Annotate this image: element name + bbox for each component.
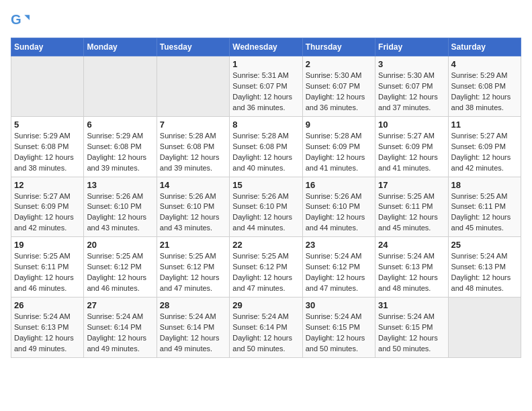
day-number: 24 xyxy=(378,240,445,250)
day-info: Sunrise: 5:24 AMSunset: 6:12 PMDaylight:… xyxy=(306,251,372,294)
calendar-table: SundayMondayTuesdayWednesdayThursdayFrid… xyxy=(11,38,521,358)
day-header: Thursday xyxy=(302,38,375,56)
day-header: Monday xyxy=(84,38,157,56)
day-number: 5 xyxy=(14,120,81,130)
day-info: Sunrise: 5:24 AMSunset: 6:14 PMDaylight:… xyxy=(232,312,299,355)
day-header: Wednesday xyxy=(230,38,302,56)
calendar-cell: 7Sunrise: 5:28 AMSunset: 6:08 PMDaylight… xyxy=(157,116,229,177)
day-info: Sunrise: 5:24 AMSunset: 6:14 PMDaylight:… xyxy=(160,312,226,355)
day-number: 6 xyxy=(87,120,153,130)
calendar-cell: 13Sunrise: 5:26 AMSunset: 6:10 PMDayligh… xyxy=(84,177,157,237)
calendar-cell: 30Sunrise: 5:24 AMSunset: 6:15 PMDayligh… xyxy=(302,298,375,358)
day-header: Saturday xyxy=(448,38,521,56)
calendar-cell: 28Sunrise: 5:24 AMSunset: 6:14 PMDayligh… xyxy=(157,298,229,358)
day-number: 26 xyxy=(14,300,81,310)
day-number: 9 xyxy=(306,120,372,130)
calendar-week-row: 26Sunrise: 5:24 AMSunset: 6:13 PMDayligh… xyxy=(11,298,521,358)
day-number: 2 xyxy=(306,59,372,69)
calendar-cell xyxy=(11,56,84,117)
day-info: Sunrise: 5:25 AMSunset: 6:11 PMDaylight:… xyxy=(451,191,518,234)
calendar-cell: 1Sunrise: 5:31 AMSunset: 6:07 PMDaylight… xyxy=(230,56,302,117)
calendar-cell: 18Sunrise: 5:25 AMSunset: 6:11 PMDayligh… xyxy=(448,177,521,237)
calendar-cell: 24Sunrise: 5:24 AMSunset: 6:13 PMDayligh… xyxy=(375,237,448,298)
day-info: Sunrise: 5:30 AMSunset: 6:07 PMDaylight:… xyxy=(306,71,372,113)
calendar-week-row: 19Sunrise: 5:25 AMSunset: 6:11 PMDayligh… xyxy=(11,237,521,298)
day-number: 10 xyxy=(378,120,445,130)
day-info: Sunrise: 5:25 AMSunset: 6:12 PMDaylight:… xyxy=(232,251,299,294)
calendar-cell: 20Sunrise: 5:25 AMSunset: 6:12 PMDayligh… xyxy=(84,237,157,298)
calendar-cell: 26Sunrise: 5:24 AMSunset: 6:13 PMDayligh… xyxy=(11,298,84,358)
calendar-cell: 6Sunrise: 5:29 AMSunset: 6:08 PMDaylight… xyxy=(84,116,157,177)
day-info: Sunrise: 5:25 AMSunset: 6:12 PMDaylight:… xyxy=(87,251,153,294)
calendar-cell: 29Sunrise: 5:24 AMSunset: 6:14 PMDayligh… xyxy=(230,298,302,358)
calendar-cell: 15Sunrise: 5:26 AMSunset: 6:10 PMDayligh… xyxy=(230,177,302,237)
day-header: Tuesday xyxy=(157,38,229,56)
calendar-cell: 22Sunrise: 5:25 AMSunset: 6:12 PMDayligh… xyxy=(230,237,302,298)
day-number: 12 xyxy=(14,180,81,190)
calendar-cell xyxy=(84,56,157,117)
calendar-cell: 8Sunrise: 5:28 AMSunset: 6:08 PMDaylight… xyxy=(230,116,302,177)
day-number: 11 xyxy=(451,120,518,130)
logo: G xyxy=(11,11,32,30)
day-number: 16 xyxy=(306,180,372,190)
day-info: Sunrise: 5:27 AMSunset: 6:09 PMDaylight:… xyxy=(14,191,81,234)
day-info: Sunrise: 5:24 AMSunset: 6:15 PMDaylight:… xyxy=(378,312,445,355)
day-info: Sunrise: 5:25 AMSunset: 6:12 PMDaylight:… xyxy=(160,251,226,294)
day-info: Sunrise: 5:26 AMSunset: 6:10 PMDaylight:… xyxy=(232,191,299,234)
logo-icon: G xyxy=(11,11,30,30)
calendar-cell: 4Sunrise: 5:29 AMSunset: 6:08 PMDaylight… xyxy=(448,56,521,117)
day-info: Sunrise: 5:24 AMSunset: 6:14 PMDaylight:… xyxy=(87,312,153,355)
day-number: 31 xyxy=(378,300,445,310)
day-header: Sunday xyxy=(11,38,84,56)
day-info: Sunrise: 5:25 AMSunset: 6:11 PMDaylight:… xyxy=(378,191,445,234)
calendar-week-row: 12Sunrise: 5:27 AMSunset: 6:09 PMDayligh… xyxy=(11,177,521,237)
day-number: 19 xyxy=(14,240,81,250)
day-info: Sunrise: 5:24 AMSunset: 6:13 PMDaylight:… xyxy=(14,312,81,355)
calendar-cell: 19Sunrise: 5:25 AMSunset: 6:11 PMDayligh… xyxy=(11,237,84,298)
calendar-cell xyxy=(157,56,229,117)
calendar-cell: 25Sunrise: 5:24 AMSunset: 6:13 PMDayligh… xyxy=(448,237,521,298)
calendar-cell: 3Sunrise: 5:30 AMSunset: 6:07 PMDaylight… xyxy=(375,56,448,117)
calendar-cell: 23Sunrise: 5:24 AMSunset: 6:12 PMDayligh… xyxy=(302,237,375,298)
day-number: 13 xyxy=(87,180,153,190)
day-info: Sunrise: 5:29 AMSunset: 6:08 PMDaylight:… xyxy=(14,131,81,174)
calendar-cell: 21Sunrise: 5:25 AMSunset: 6:12 PMDayligh… xyxy=(157,237,229,298)
calendar-cell: 11Sunrise: 5:27 AMSunset: 6:09 PMDayligh… xyxy=(448,116,521,177)
day-number: 27 xyxy=(87,300,153,310)
calendar-cell: 9Sunrise: 5:28 AMSunset: 6:09 PMDaylight… xyxy=(302,116,375,177)
day-info: Sunrise: 5:26 AMSunset: 6:10 PMDaylight:… xyxy=(87,191,153,234)
svg-marker-1 xyxy=(24,15,30,20)
day-number: 28 xyxy=(160,300,226,310)
calendar-week-row: 5Sunrise: 5:29 AMSunset: 6:08 PMDaylight… xyxy=(11,116,521,177)
day-info: Sunrise: 5:28 AMSunset: 6:09 PMDaylight:… xyxy=(306,131,372,174)
day-info: Sunrise: 5:26 AMSunset: 6:10 PMDaylight:… xyxy=(160,191,226,234)
day-info: Sunrise: 5:27 AMSunset: 6:09 PMDaylight:… xyxy=(451,131,518,174)
day-header: Friday xyxy=(375,38,448,56)
day-info: Sunrise: 5:26 AMSunset: 6:10 PMDaylight:… xyxy=(306,191,372,234)
svg-text:G: G xyxy=(11,12,21,27)
day-info: Sunrise: 5:24 AMSunset: 6:13 PMDaylight:… xyxy=(378,251,445,294)
calendar-week-row: 1Sunrise: 5:31 AMSunset: 6:07 PMDaylight… xyxy=(11,56,521,117)
day-info: Sunrise: 5:24 AMSunset: 6:15 PMDaylight:… xyxy=(306,312,372,355)
day-number: 4 xyxy=(451,59,518,69)
day-number: 15 xyxy=(232,180,299,190)
calendar-cell: 27Sunrise: 5:24 AMSunset: 6:14 PMDayligh… xyxy=(84,298,157,358)
header-row: SundayMondayTuesdayWednesdayThursdayFrid… xyxy=(11,38,521,56)
day-number: 7 xyxy=(160,120,226,130)
day-number: 14 xyxy=(160,180,226,190)
day-info: Sunrise: 5:29 AMSunset: 6:08 PMDaylight:… xyxy=(87,131,153,174)
calendar-cell: 10Sunrise: 5:27 AMSunset: 6:09 PMDayligh… xyxy=(375,116,448,177)
day-info: Sunrise: 5:25 AMSunset: 6:11 PMDaylight:… xyxy=(14,251,81,294)
day-number: 1 xyxy=(232,59,299,69)
calendar-cell xyxy=(448,298,521,358)
day-info: Sunrise: 5:29 AMSunset: 6:08 PMDaylight:… xyxy=(451,71,518,113)
calendar-cell: 14Sunrise: 5:26 AMSunset: 6:10 PMDayligh… xyxy=(157,177,229,237)
day-number: 23 xyxy=(306,240,372,250)
day-number: 20 xyxy=(87,240,153,250)
day-number: 30 xyxy=(306,300,372,310)
day-info: Sunrise: 5:30 AMSunset: 6:07 PMDaylight:… xyxy=(378,71,445,113)
calendar-cell: 5Sunrise: 5:29 AMSunset: 6:08 PMDaylight… xyxy=(11,116,84,177)
day-info: Sunrise: 5:27 AMSunset: 6:09 PMDaylight:… xyxy=(378,131,445,174)
calendar-cell: 31Sunrise: 5:24 AMSunset: 6:15 PMDayligh… xyxy=(375,298,448,358)
day-number: 17 xyxy=(378,180,445,190)
